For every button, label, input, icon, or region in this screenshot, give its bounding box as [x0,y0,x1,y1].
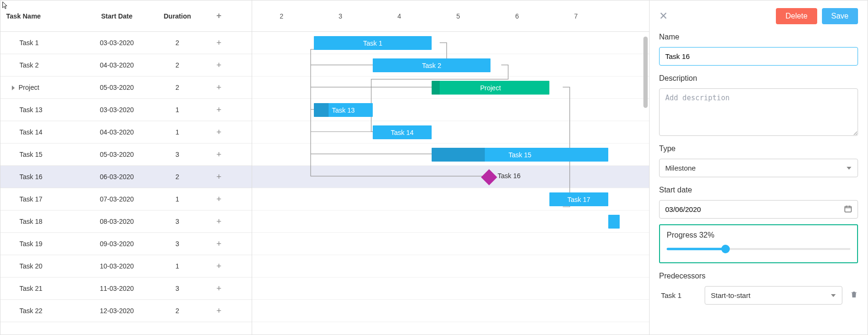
start-date-cell[interactable]: 05-03-2020 [84,84,150,91]
task-name-cell[interactable]: Task 19 [0,240,84,248]
grid-row[interactable]: Task 1707-03-20201+ [0,188,252,211]
gantt-bar[interactable]: Task 2 [373,58,491,72]
task-name-cell[interactable]: Task 2 [0,61,84,69]
duration-cell[interactable]: 3 [150,218,205,225]
name-input[interactable] [659,47,858,66]
progress-slider[interactable] [667,245,850,253]
type-select[interactable]: Milestone [659,159,858,177]
gantt-bar[interactable]: Task 13 [314,103,373,117]
description-input[interactable] [659,88,858,136]
start-date-cell[interactable]: 10-03-2020 [84,262,150,270]
grid-row[interactable]: Task 204-03-20202+ [0,54,252,77]
gantt-bar[interactable]: Task 15 [432,148,608,162]
vertical-scrollbar[interactable] [643,37,648,108]
task-name-cell[interactable]: Task 14 [0,128,84,136]
add-task-icon[interactable]: + [217,239,222,249]
trash-icon[interactable] [850,290,858,301]
grid-row[interactable]: Task 1606-03-20202+ [0,166,252,188]
delete-button[interactable]: Delete [776,8,817,24]
grid-row[interactable]: Task 1505-03-20203+ [0,144,252,166]
start-date-cell[interactable]: 07-03-2020 [84,195,150,203]
duration-cell[interactable]: 1 [150,195,205,203]
gantt-bar[interactable] [608,215,620,229]
grid-row[interactable]: Task 1909-03-20203+ [0,233,252,255]
gantt-timescale: 234567 [252,0,649,32]
progress-section: Progress 32% [659,224,858,263]
add-task-icon[interactable]: + [217,172,222,182]
duration-cell[interactable]: 2 [150,39,205,47]
task-name-cell[interactable]: Project [0,84,84,91]
description-label: Description [659,74,858,83]
gantt-bar[interactable]: Task 1 [314,36,432,50]
start-date-label: Start date [659,186,858,194]
expand-icon[interactable] [12,86,15,90]
grid-row[interactable]: Task 2212-03-20202+ [0,300,252,322]
slider-thumb[interactable] [721,245,730,253]
add-task-icon[interactable]: + [217,306,222,316]
task-name-cell[interactable]: Task 21 [0,285,84,292]
duration-cell[interactable]: 1 [150,128,205,136]
task-name-cell[interactable]: Task 20 [0,262,84,270]
duration-cell[interactable]: 2 [150,173,205,181]
grid-row[interactable]: Project05-03-20202+ [0,77,252,99]
start-date-cell[interactable]: 06-03-2020 [84,173,150,181]
progress-fill [432,81,440,95]
gantt-bar[interactable]: Task 17 [549,192,608,206]
grid-row[interactable]: Task 103-03-20202+ [0,32,252,54]
start-date-cell[interactable]: 11-03-2020 [84,285,150,292]
task-name-cell[interactable]: Task 13 [0,106,84,114]
grid-row[interactable]: Task 1303-03-20201+ [0,99,252,121]
gantt-bar[interactable]: Task 14 [373,125,432,139]
start-date-cell[interactable]: 08-03-2020 [84,218,150,225]
grid-row[interactable]: Task 2111-03-20203+ [0,278,252,300]
add-task-icon[interactable]: + [217,105,222,115]
duration-cell[interactable]: 2 [150,84,205,91]
grid-row[interactable]: Task 2010-03-20201+ [0,255,252,278]
add-task-icon[interactable]: + [217,83,222,93]
start-date-input[interactable] [659,200,858,219]
start-date-cell[interactable]: 12-03-2020 [84,307,150,315]
task-name-cell[interactable]: Task 16 [0,173,84,181]
save-button[interactable]: Save [822,8,858,24]
close-icon[interactable]: ✕ [659,10,668,22]
gantt-body[interactable]: Task 1Task 2ProjectTask 13Task 14Task 15… [252,32,649,335]
add-task-icon[interactable]: + [217,194,222,204]
grid-row[interactable]: Task 1808-03-20203+ [0,211,252,233]
gantt-bar[interactable]: Project [432,81,549,95]
col-header-name[interactable]: Task Name [0,12,84,20]
start-date-cell[interactable]: 05-03-2020 [84,151,150,158]
grid-row[interactable]: Task 1404-03-20201+ [0,121,252,144]
task-name-cell[interactable]: Task 18 [0,218,84,225]
duration-cell[interactable]: 3 [150,151,205,158]
duration-cell[interactable]: 2 [150,307,205,315]
add-task-icon[interactable]: + [217,150,222,160]
add-task-icon[interactable]: + [217,127,222,137]
task-name-cell[interactable]: Task 1 [0,39,84,47]
duration-cell[interactable]: 3 [150,285,205,292]
timescale-day: 5 [429,12,488,20]
task-name-cell[interactable]: Task 17 [0,195,84,203]
start-date-cell[interactable]: 09-03-2020 [84,240,150,248]
add-task-icon[interactable]: + [217,284,222,294]
add-task-icon[interactable]: + [217,38,222,48]
predecessor-type-select[interactable]: Start-to-start [705,286,842,305]
start-date-cell[interactable]: 04-03-2020 [84,128,150,136]
add-task-icon[interactable]: + [217,217,222,227]
timescale-day: 4 [370,12,429,20]
start-date-cell[interactable]: 04-03-2020 [84,61,150,69]
duration-cell[interactable]: 3 [150,240,205,248]
add-task-icon[interactable]: + [217,60,222,70]
start-date-cell[interactable]: 03-03-2020 [84,106,150,114]
start-date-cell[interactable]: 03-03-2020 [84,39,150,47]
duration-cell[interactable]: 2 [150,61,205,69]
add-column-icon[interactable]: + [217,11,222,21]
task-name-cell[interactable]: Task 22 [0,307,84,315]
duration-cell[interactable]: 1 [150,106,205,114]
progress-fill [314,103,329,117]
gantt-milestone[interactable] [481,169,497,185]
col-header-duration[interactable]: Duration [150,12,205,20]
add-task-icon[interactable]: + [217,261,222,271]
duration-cell[interactable]: 1 [150,262,205,270]
col-header-start[interactable]: Start Date [84,12,150,20]
task-name-cell[interactable]: Task 15 [0,151,84,158]
